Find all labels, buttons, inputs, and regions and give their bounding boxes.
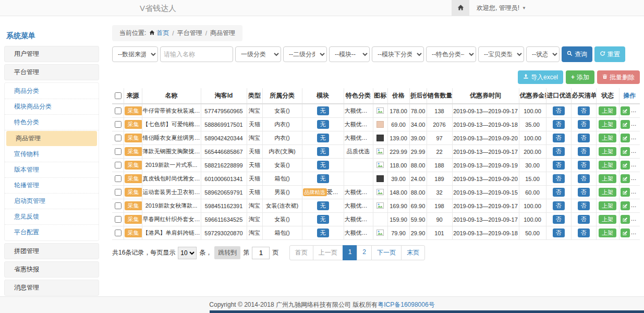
status-badge[interactable]: 上架 [599,147,616,156]
breadcrumb-item-platform[interactable]: 平台管理 [177,29,202,38]
batch-delete-button[interactable]: 批量删除 [597,70,640,84]
sidebar-item-platform-management[interactable]: 平台管理 [4,64,99,80]
sidebar-item-version-management[interactable]: 版本管理 [5,162,99,178]
pagination-next[interactable]: 下一页 [371,245,402,260]
status-badge[interactable]: 上架 [599,120,616,129]
module-badge[interactable]: 品牌精选 [303,188,327,197]
module-badge[interactable]: 无 [317,228,329,237]
jump-button[interactable]: 跳转到 [214,246,240,259]
module-badge[interactable]: 无 [317,106,329,115]
import-select-badge[interactable]: 否 [553,228,565,237]
import-select-badge[interactable]: 否 [553,174,565,183]
sidebar-item-discount-news[interactable]: 省惠快报 [4,261,99,278]
must-buy-badge[interactable]: 否 [578,161,590,170]
filter-select-level1-category[interactable]: 一级分类 [235,46,281,62]
must-buy-badge[interactable]: 否 [578,134,590,142]
import-select-badge[interactable]: 否 [553,147,565,156]
edit-button[interactable] [621,106,630,115]
must-buy-badge[interactable]: 否 [578,215,590,224]
import-select-badge[interactable]: 否 [553,215,565,224]
must-buy-badge[interactable]: 否 [578,228,590,237]
sidebar-item-group-buy-management[interactable]: 拼团管理 [4,243,99,259]
edit-button[interactable] [621,215,630,224]
row-checkbox[interactable] [115,175,121,182]
pagination-first[interactable]: 首页 [289,245,313,260]
must-buy-badge[interactable]: 否 [578,120,590,129]
sidebar-item-module-product-category[interactable]: 模块商品分类 [5,99,99,115]
module-badge[interactable]: 无 [317,134,329,142]
edit-button[interactable] [621,161,630,170]
module-badge[interactable]: 无 [317,215,329,224]
row-checkbox[interactable] [115,135,121,141]
add-button[interactable]: + 添加 [566,70,594,84]
must-buy-badge[interactable]: 否 [578,201,590,210]
filter-select-module[interactable]: --模块-- [329,46,370,62]
module-badge[interactable]: 无 [317,201,329,210]
module-badge[interactable]: 无 [317,147,329,156]
filter-select-feature-category[interactable]: --特色分类-- [426,46,476,62]
sidebar-item-splash-page-management[interactable]: 启动页管理 [5,194,99,209]
per-page-select[interactable]: 10 [178,247,197,259]
row-checkbox[interactable] [115,202,121,209]
must-buy-badge[interactable]: 否 [578,106,590,115]
row-checkbox[interactable] [115,107,121,114]
pagination-last[interactable]: 末页 [401,245,425,260]
import-select-badge[interactable]: 否 [553,120,565,129]
breadcrumb-home-link[interactable]: 首页 [149,29,169,38]
import-select-badge[interactable]: 否 [553,161,565,170]
must-buy-badge[interactable]: 否 [578,147,590,156]
row-checkbox[interactable] [115,189,121,196]
select-all-checkbox[interactable] [115,92,121,99]
status-badge[interactable]: 上架 [599,215,616,224]
pagination-page-2[interactable]: 2 [357,245,372,260]
status-badge[interactable]: 上架 [599,134,616,142]
import-excel-button[interactable]: 导入excel [518,70,563,84]
status-badge[interactable]: 上架 [599,106,616,115]
user-menu[interactable]: 欢迎您, 管理员! ▼ [477,4,526,13]
edit-button[interactable] [621,174,630,183]
sidebar-item-feature-category[interactable]: 特色分类 [5,115,99,130]
status-badge[interactable]: 上架 [599,174,616,183]
sidebar-item-product-management[interactable]: 商品管理 [6,131,97,146]
edit-button[interactable] [621,188,630,197]
module-badge[interactable]: 无 [317,120,329,129]
must-buy-badge[interactable]: 否 [578,174,590,183]
row-checkbox[interactable] [115,230,121,236]
reset-button[interactable]: 重置 [594,46,625,62]
name-search-input[interactable] [160,46,233,62]
edit-button[interactable] [621,147,630,156]
sidebar-item-carousel-management[interactable]: 轮播管理 [5,178,99,194]
import-select-badge[interactable]: 否 [553,134,565,142]
filter-select-status[interactable]: --状态-- [526,46,560,62]
page-number-input[interactable] [252,247,270,259]
sidebar-item-message-management[interactable]: 消息管理 [4,280,99,296]
filter-select-item-type[interactable]: --宝贝类型-- [478,46,524,62]
import-select-badge[interactable]: 否 [553,201,565,210]
status-badge[interactable]: 上架 [599,161,616,170]
status-badge[interactable]: 上架 [599,228,616,237]
icp-link[interactable]: 粤ICP备16098006号 [378,300,434,309]
filter-select-level2-category[interactable]: --二级分类-- [283,46,327,62]
status-badge[interactable]: 上架 [599,201,616,210]
filter-select-data-source[interactable]: --数据来源-- [112,46,158,62]
sidebar-item-product-category[interactable]: 商品分类 [5,83,99,99]
module-badge[interactable]: 无 [317,174,329,183]
module-badge[interactable]: 无 [317,161,329,170]
row-checkbox[interactable] [115,148,121,155]
import-select-badge[interactable]: 否 [553,106,565,115]
edit-button[interactable] [621,228,630,237]
pagination-page-1[interactable]: 1 [343,245,358,260]
sidebar-item-platform-config[interactable]: 平台配置 [5,225,99,240]
sidebar-item-user-management[interactable]: 用户管理 [4,46,99,62]
sidebar-item-promo-material[interactable]: 宣传物料 [5,147,99,162]
home-button[interactable] [452,0,469,16]
filter-select-module-sub-category[interactable]: --模块下分类-- [372,46,424,62]
row-checkbox[interactable] [115,121,121,128]
search-button[interactable]: 查询 [562,46,592,62]
row-checkbox[interactable] [115,162,121,168]
edit-button[interactable] [621,201,630,210]
pagination-prev[interactable]: 上一页 [313,245,343,260]
edit-button[interactable] [621,134,630,142]
sidebar-item-feedback[interactable]: 意见反馈 [5,209,99,225]
edit-button[interactable] [621,120,630,129]
